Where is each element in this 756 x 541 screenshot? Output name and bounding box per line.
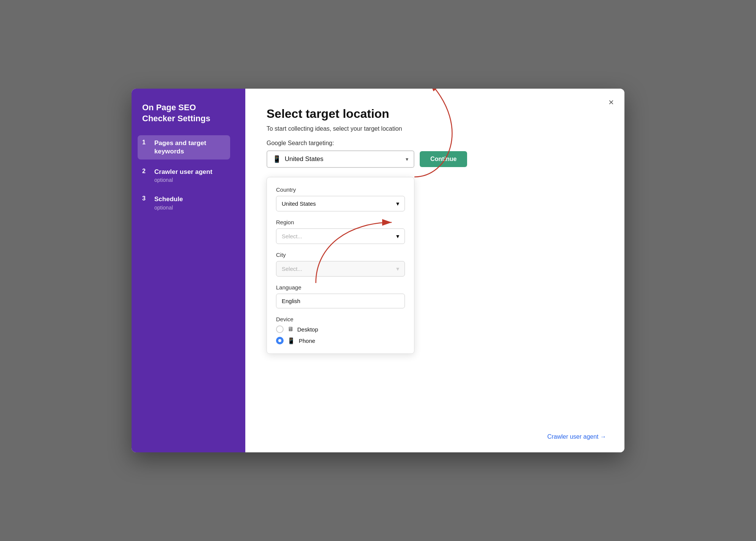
city-select[interactable]: Select... ▾: [276, 261, 405, 277]
region-label: Region: [276, 219, 405, 225]
step-content-2: Crawler user agent optional: [154, 168, 212, 183]
location-text: United States: [285, 155, 323, 163]
device-options: 🖥 Desktop 📱 Phone: [276, 325, 405, 344]
city-placeholder: Select...: [282, 266, 302, 272]
city-field: City Select... ▾: [276, 252, 405, 277]
desktop-radio[interactable]: [276, 325, 284, 333]
page-title: Select target location: [267, 107, 603, 121]
step-number-2: 2: [142, 168, 149, 175]
main-content: × Select target location To start collec…: [245, 89, 624, 452]
sidebar-step-3[interactable]: 3 Schedule optional: [142, 195, 235, 210]
step-label-2: Crawler user agent: [154, 168, 212, 176]
region-select[interactable]: Select... ▾: [276, 228, 405, 244]
region-chevron-icon: ▾: [396, 233, 399, 240]
city-chevron-icon: ▾: [396, 265, 399, 272]
location-row: 📱 United States ▾ Continue: [267, 150, 603, 168]
phone-label: Phone: [299, 338, 315, 344]
chevron-down-icon: ▾: [406, 156, 408, 162]
country-chevron-icon: ▾: [396, 200, 399, 207]
modal: On Page SEO Checker Settings 1 Pages and…: [132, 89, 624, 452]
language-label: Language: [276, 284, 405, 291]
device-label: Device: [276, 316, 405, 322]
step-label-3: Schedule: [154, 195, 183, 203]
city-label: City: [276, 252, 405, 258]
country-field: Country United States ▾: [276, 186, 405, 211]
sidebar-step-1[interactable]: 1 Pages and target keywords: [142, 139, 235, 156]
continue-button[interactable]: Continue: [420, 151, 467, 167]
desktop-label: Desktop: [297, 326, 318, 333]
desktop-icon: 🖥: [287, 326, 293, 333]
step-number-3: 3: [142, 195, 149, 202]
location-select-main[interactable]: 📱 United States ▾: [267, 150, 414, 168]
phone-radio[interactable]: [276, 337, 284, 344]
language-input[interactable]: [276, 294, 405, 308]
sidebar: On Page SEO Checker Settings 1 Pages and…: [132, 89, 245, 452]
step-content-1: Pages and target keywords: [154, 139, 226, 156]
location-left: 📱 United States: [273, 155, 323, 163]
step-sublabel-3: optional: [154, 205, 183, 211]
step-sublabel-2: optional: [154, 177, 212, 183]
sidebar-steps: 1 Pages and target keywords 2 Crawler us…: [142, 139, 235, 210]
targeting-label: Google Search targeting:: [267, 140, 603, 147]
region-placeholder: Select...: [282, 233, 302, 239]
dropdown-panel: Country United States ▾ Region Select...…: [267, 177, 414, 354]
device-phone-option[interactable]: 📱 Phone: [276, 337, 405, 344]
sidebar-title: On Page SEO Checker Settings: [142, 102, 235, 124]
country-select[interactable]: United States ▾: [276, 196, 405, 211]
close-button[interactable]: ×: [609, 98, 614, 107]
device-desktop-option[interactable]: 🖥 Desktop: [276, 325, 405, 333]
step-content-3: Schedule optional: [154, 195, 183, 210]
country-value: United States: [282, 200, 316, 207]
page-subtitle: To start collecting ideas, select your t…: [267, 125, 603, 132]
language-field: Language: [276, 284, 405, 308]
step-number-1: 1: [142, 139, 149, 146]
device-field: Device 🖥 Desktop 📱 Phone: [276, 316, 405, 344]
phone-device-icon: 📱: [287, 337, 295, 344]
region-field: Region Select... ▾: [276, 219, 405, 244]
crawler-user-agent-link[interactable]: Crawler user agent →: [547, 433, 606, 440]
annotation-container: Country United States ▾ Region Select...…: [267, 177, 414, 354]
phone-icon: 📱: [273, 155, 281, 163]
country-label: Country: [276, 186, 405, 193]
sidebar-step-2[interactable]: 2 Crawler user agent optional: [142, 168, 235, 183]
step-label-1: Pages and target keywords: [154, 139, 226, 156]
